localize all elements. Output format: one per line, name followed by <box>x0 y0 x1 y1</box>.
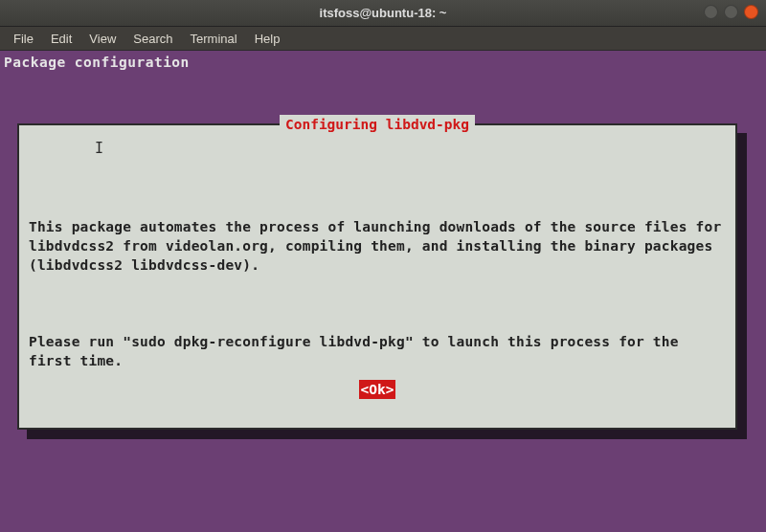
close-icon[interactable] <box>744 5 758 19</box>
menu-help[interactable]: Help <box>247 30 288 48</box>
window-title: itsfoss@ubuntu-18: ~ <box>320 6 447 20</box>
menu-view[interactable]: View <box>81 30 124 48</box>
menubar: File Edit View Search Terminal Help <box>0 27 766 51</box>
menu-edit[interactable]: Edit <box>43 30 79 48</box>
minimize-icon[interactable] <box>704 5 718 19</box>
config-dialog: Configuring libdvd-pkg This package auto… <box>17 123 737 430</box>
dialog-title: Configuring libdvd-pkg <box>280 115 475 134</box>
page-title: Package configuration <box>4 53 190 72</box>
menu-terminal[interactable]: Terminal <box>183 30 245 48</box>
dialog-title-wrap: Configuring libdvd-pkg <box>19 115 735 134</box>
menu-search[interactable]: Search <box>125 30 180 48</box>
menu-file[interactable]: File <box>6 30 41 48</box>
terminal-area[interactable]: Package configuration Configuring libdvd… <box>0 51 766 532</box>
window-controls <box>704 5 758 19</box>
window-titlebar: itsfoss@ubuntu-18: ~ <box>0 0 766 27</box>
dialog-text-1: This package automates the process of la… <box>29 217 726 275</box>
dialog-button-row: <Ok> <box>19 380 735 399</box>
dialog-text-2: Please run "sudo dpkg-reconfigure libdvd… <box>29 332 726 370</box>
ok-button[interactable]: <Ok> <box>359 380 396 399</box>
maximize-icon[interactable] <box>724 5 738 19</box>
